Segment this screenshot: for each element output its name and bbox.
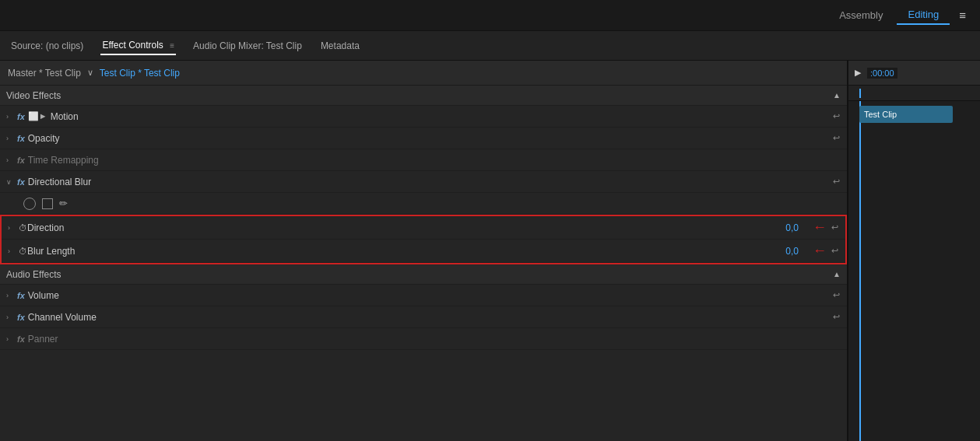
blur-length-stopwatch-icon[interactable]: ⏱ — [19, 247, 27, 256]
clip-header: Master * Test Clip ∨ Test Clip * Test Cl… — [0, 61, 847, 86]
channel-volume-fx-badge: fx — [17, 313, 25, 322]
direction-stopwatch-icon[interactable]: ⏱ — [19, 223, 27, 233]
panner-expand[interactable]: › — [6, 335, 17, 343]
channel-volume-expand[interactable]: › — [6, 313, 17, 321]
tab-metadata[interactable]: Metadata — [319, 37, 361, 54]
direction-expand[interactable]: › — [8, 224, 19, 232]
right-panel: ▶ :00:00 Test Clip — [848, 61, 980, 441]
video-effects-label: Video Effects — [6, 90, 61, 101]
volume-fx-badge: fx — [17, 291, 25, 300]
blur-length-row: › ⏱ Blur Length 0,0 ← ↩ — [2, 240, 845, 263]
timeline-clip-label: Test Clip — [864, 110, 897, 119]
directional-blur-fx-badge: fx — [17, 177, 25, 187]
clip-header-active[interactable]: Test Clip * Test Clip — [100, 68, 180, 79]
time-remapping-expand[interactable]: › — [6, 156, 17, 164]
left-panel: Master * Test Clip ∨ Test Clip * Test Cl… — [0, 61, 848, 441]
direction-red-arrow-icon: ← — [813, 219, 827, 236]
direction-arrow-annotation: ← — [813, 219, 827, 236]
top-bar: Assembly Editing ≡ — [0, 0, 980, 31]
workspace-menu-icon[interactable]: ≡ — [953, 5, 972, 25]
motion-expand[interactable]: › — [6, 113, 17, 121]
opacity-label: Opacity — [28, 133, 828, 144]
tab-effect-controls[interactable]: Effect Controls ≡ — [100, 37, 176, 55]
directional-blur-row: ∨ fx Directional Blur ↩ — [0, 171, 847, 193]
video-effects-header: Video Effects ▲ — [0, 86, 847, 106]
time-remapping-row: › fx Time Remapping — [0, 149, 847, 171]
direction-reset[interactable]: ↩ — [827, 222, 842, 233]
tab-source[interactable]: Source: (no clips) — [9, 37, 85, 54]
tab-row: Source: (no clips) Effect Controls ≡ Aud… — [0, 31, 980, 61]
clip-header-master[interactable]: Master * Test Clip — [8, 68, 81, 79]
blur-rect-icon[interactable] — [42, 198, 53, 209]
timeline-clip-block[interactable]: Test Clip — [859, 106, 953, 123]
direction-row: › ⏱ Direction 0,0 ← ↩ — [2, 216, 845, 240]
audio-effects-label: Audio Effects — [6, 269, 61, 280]
workspace-editing[interactable]: Editing — [897, 5, 950, 25]
tab-menu-icon[interactable]: ≡ — [170, 41, 174, 50]
blur-pen-icon[interactable]: ✏ — [59, 198, 68, 209]
direction-label: Direction — [27, 222, 767, 233]
timeline-header: ▶ :00:00 — [848, 61, 980, 86]
directional-blur-label: Directional Blur — [28, 177, 828, 187]
volume-row: › fx Volume ↩ — [0, 285, 847, 306]
blur-length-expand[interactable]: › — [8, 247, 19, 255]
audio-effects-header: Audio Effects ▲ — [0, 264, 847, 285]
time-remapping-label: Time Remapping — [28, 155, 847, 166]
channel-volume-row: › fx Channel Volume ↩ — [0, 306, 847, 328]
opacity-row: › fx Opacity ↩ — [0, 128, 847, 149]
timeline-clip-area: Test Clip — [848, 101, 980, 441]
motion-reset[interactable]: ↩ — [828, 111, 844, 121]
opacity-fx-badge: fx — [17, 134, 25, 143]
motion-row: › fx ⬜► Motion ↩ — [0, 106, 847, 128]
motion-label: Motion — [51, 111, 828, 122]
timeline-ruler — [848, 86, 980, 101]
opacity-reset[interactable]: ↩ — [828, 133, 844, 143]
directional-blur-reset[interactable]: ↩ — [828, 177, 844, 187]
blur-circle-icon[interactable] — [23, 198, 36, 210]
channel-volume-reset[interactable]: ↩ — [828, 312, 844, 322]
effects-content: Video Effects ▲ › fx ⬜► Motion ↩ › fx Op… — [0, 86, 847, 441]
workspace-assembly[interactable]: Assembly — [828, 6, 894, 24]
channel-volume-label: Channel Volume — [28, 312, 828, 323]
clip-dropdown-arrow[interactable]: ∨ — [87, 68, 93, 78]
tab-audio-clip-mixer[interactable]: Audio Clip Mixer: Test Clip — [191, 37, 304, 54]
timeline-playhead — [859, 101, 861, 441]
blur-icons-row: ✏ — [0, 193, 847, 215]
panner-label: Panner — [28, 334, 847, 345]
volume-reset[interactable]: ↩ — [828, 290, 844, 300]
blur-length-arrow-annotation: ← — [813, 243, 827, 259]
video-effects-collapse[interactable]: ▲ — [833, 91, 841, 100]
blur-length-value[interactable]: 0,0 — [767, 246, 799, 257]
main-area: Master * Test Clip ∨ Test Clip * Test Cl… — [0, 61, 980, 441]
opacity-expand[interactable]: › — [6, 135, 17, 142]
highlighted-params-group: › ⏱ Direction 0,0 ← ↩ › ⏱ Blur Length 0,… — [0, 215, 847, 264]
blur-length-reset[interactable]: ↩ — [827, 246, 842, 256]
panner-row: › fx Panner — [0, 328, 847, 350]
motion-fx-badge: fx — [17, 112, 25, 121]
motion-transform-icon: ⬜► — [28, 111, 47, 121]
timeline-timecode: :00:00 — [867, 68, 897, 79]
volume-label: Volume — [28, 290, 828, 301]
blur-length-label: Blur Length — [27, 246, 767, 257]
direction-value[interactable]: 0,0 — [767, 222, 799, 233]
audio-effects-collapse[interactable]: ▲ — [833, 270, 841, 278]
directional-blur-expand[interactable]: ∨ — [6, 178, 17, 186]
time-remapping-fx-badge: fx — [17, 156, 25, 165]
volume-expand[interactable]: › — [6, 292, 17, 299]
panner-fx-badge: fx — [17, 334, 25, 344]
blur-length-red-arrow-icon: ← — [813, 243, 827, 259]
workspace-switcher: Assembly Editing ≡ — [828, 5, 972, 25]
timeline-play-button[interactable]: ▶ — [855, 68, 861, 78]
